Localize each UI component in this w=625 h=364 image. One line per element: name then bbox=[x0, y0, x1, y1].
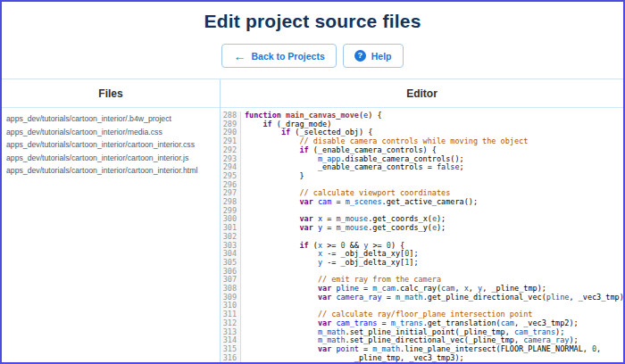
files-panel: Files apps_dev/tutorials/cartoon_interio… bbox=[2, 79, 221, 362]
file-link[interactable]: apps_dev/tutorials/cartoon_interior/cart… bbox=[6, 138, 216, 152]
code-line: 309 var camera_ray = m_math.get_pline_di… bbox=[221, 294, 623, 302]
code-line-content: var camera_ray = m_math.get_pline_direct… bbox=[241, 294, 623, 302]
code-line-content: y -= _obj_delta_xy[1]; bbox=[241, 259, 419, 268]
file-link[interactable]: apps_dev/tutorials/cartoon_interior/cart… bbox=[6, 152, 216, 165]
code-line: 305 y -= _obj_delta_xy[1]; bbox=[221, 259, 623, 268]
help-button-label: Help bbox=[371, 51, 392, 62]
code-line: 316 _pline_tmp, _vec3_tmp3); bbox=[221, 354, 623, 362]
toolbar: ← Back to Projects ? Help bbox=[2, 44, 623, 68]
help-button[interactable]: ? Help bbox=[343, 44, 404, 68]
code-line: 295 } bbox=[221, 172, 623, 181]
back-to-projects-button[interactable]: ← Back to Projects bbox=[221, 44, 336, 68]
code-line-content: var cam = m_scenes.get_active_camera(); bbox=[241, 198, 478, 207]
code-line: 298 var cam = m_scenes.get_active_camera… bbox=[221, 198, 623, 207]
page-title: Edit project source files bbox=[2, 11, 623, 32]
code-line: 301 var y = m_mouse.get_coords_y(e); bbox=[221, 224, 623, 233]
code-line-content: _pline_tmp, _vec3_tmp3); bbox=[241, 354, 464, 362]
code-editor[interactable]: 288function main_canvas_move(e) {289 if … bbox=[221, 108, 623, 362]
line-number: 316 bbox=[221, 354, 241, 362]
file-link[interactable]: apps_dev/tutorials/cartoon_interior/medi… bbox=[6, 126, 216, 139]
editor-panel: Editor 288function main_canvas_move(e) {… bbox=[221, 79, 623, 362]
files-list: apps_dev/tutorials/cartoon_interior/.b4w… bbox=[2, 108, 220, 181]
back-button-label: Back to Projects bbox=[251, 51, 324, 62]
files-panel-title: Files bbox=[2, 79, 220, 108]
file-link[interactable]: apps_dev/tutorials/cartoon_interior/cart… bbox=[6, 164, 216, 178]
back-arrow-icon: ← bbox=[233, 52, 246, 61]
file-link[interactable]: apps_dev/tutorials/cartoon_interior/.b4w… bbox=[6, 112, 216, 126]
editor-panel-title: Editor bbox=[221, 79, 623, 108]
edit-project-page: { "title": "Edit project source files", … bbox=[0, 0, 625, 364]
help-icon: ? bbox=[354, 50, 366, 62]
code-line-content: var y = m_mouse.get_coords_y(e); bbox=[241, 224, 446, 233]
top-section: Edit project source files ← Back to Proj… bbox=[2, 11, 623, 68]
content-area: Files apps_dev/tutorials/cartoon_interio… bbox=[2, 79, 623, 362]
code-line-content: } bbox=[241, 172, 304, 181]
